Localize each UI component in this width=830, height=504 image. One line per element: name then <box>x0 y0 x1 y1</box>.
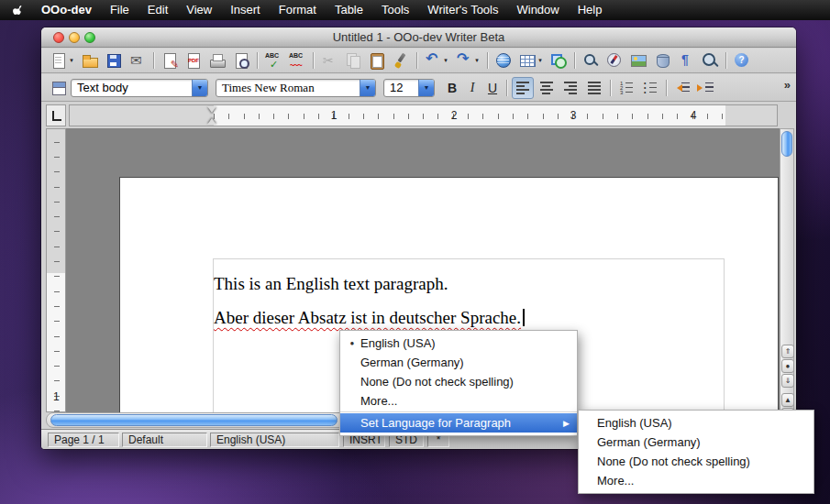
menubar-item-view[interactable]: View <box>177 0 221 20</box>
selected-bullet-icon <box>344 339 360 347</box>
language-menu-item[interactable]: None (Do not check spelling) <box>340 372 577 391</box>
menubar-item-edit[interactable]: Edit <box>138 0 177 20</box>
email-button[interactable] <box>127 49 149 71</box>
close-button[interactable] <box>53 32 64 43</box>
vertical-ruler[interactable]: 1 <box>46 128 66 412</box>
print-button[interactable] <box>206 49 228 71</box>
language-menu-item[interactable]: German (Germany) <box>340 353 577 372</box>
combo-dropdown-icon[interactable] <box>418 80 434 96</box>
language-submenu-item[interactable]: None (Do not check spelling) <box>579 452 813 471</box>
draw-functions-button[interactable] <box>548 49 570 71</box>
paste-button[interactable] <box>366 49 388 71</box>
find-replace-icon <box>581 51 600 70</box>
bold-button[interactable]: B <box>442 79 462 97</box>
vertical-scrollbar-thumb[interactable] <box>781 131 792 157</box>
ruler-right-margin <box>725 105 777 126</box>
styles-panel-button[interactable] <box>48 77 70 99</box>
hyperlink-button[interactable] <box>492 49 515 71</box>
open-button[interactable] <box>79 49 101 71</box>
combo-dropdown-icon[interactable] <box>360 80 375 96</box>
paragraph-style-combo[interactable]: Text body <box>71 79 208 97</box>
menubar-item-file[interactable]: File <box>101 0 138 20</box>
numbering-button[interactable] <box>615 77 637 99</box>
redo-button[interactable] <box>453 49 482 71</box>
align-left-icon <box>514 79 532 97</box>
page-style-field[interactable]: Default <box>122 433 207 447</box>
font-size-value: 12 <box>390 81 403 94</box>
table-icon <box>518 51 537 70</box>
combo-dropdown-icon[interactable] <box>192 80 207 96</box>
language-menu-item[interactable]: More... <box>340 391 577 411</box>
undo-icon <box>424 51 442 70</box>
format-paintbrush-button[interactable] <box>390 49 412 71</box>
data-sources-button[interactable] <box>651 49 673 71</box>
page-preview-button[interactable] <box>230 49 252 71</box>
menubar-item-help[interactable]: Help <box>569 0 612 20</box>
dropdown-caret-icon <box>68 57 75 64</box>
help-button[interactable] <box>731 49 753 71</box>
previous-page-button[interactable]: ⇑ <box>781 345 794 358</box>
new-document-button[interactable] <box>48 49 77 71</box>
toolbar-overflow-button[interactable]: » <box>784 78 791 92</box>
align-center-button[interactable] <box>536 77 558 99</box>
language-submenu-item-label: More... <box>597 474 634 488</box>
export-pdf-button[interactable] <box>183 49 205 71</box>
language-field[interactable]: English (USA) <box>210 433 339 447</box>
italic-button[interactable]: I <box>462 79 482 97</box>
language-submenu-item[interactable]: German (Germany) <box>579 433 813 452</box>
standard-toolbar-icons <box>47 49 754 71</box>
navigator-button[interactable] <box>603 49 625 71</box>
language-submenu-items: English (USA)German (Germany)None (Do no… <box>579 413 813 490</box>
table-button[interactable] <box>516 49 546 71</box>
navigation-button[interactable]: ● <box>781 359 794 373</box>
ruler-number: 1 <box>53 390 60 403</box>
decrease-indent-button[interactable] <box>671 77 693 99</box>
font-name-combo[interactable]: Times New Roman <box>216 79 376 97</box>
justify-button[interactable] <box>583 77 605 99</box>
formatting-toolbar: Text body Times New Roman 12 B I U <box>41 74 796 102</box>
menubar-item-table[interactable]: Table <box>326 0 372 20</box>
vertical-scrollbar[interactable]: ⇑ ● ⇓ ▲ ▼ <box>780 128 794 428</box>
ruler-ticks <box>54 129 60 411</box>
menubar-item-writer-s-tools[interactable]: Writer's Tools <box>418 0 507 20</box>
scroll-up-arrow[interactable]: ▲ <box>781 393 794 407</box>
next-page-button[interactable]: ⇓ <box>781 374 794 388</box>
zoom-window-button[interactable] <box>84 32 95 43</box>
menubar-item-insert[interactable]: Insert <box>221 0 270 20</box>
menubar-item-format[interactable]: Format <box>270 0 326 20</box>
toolbar-separator <box>574 52 575 69</box>
nonprinting-characters-button[interactable] <box>675 49 697 71</box>
apple-menu-icon[interactable] <box>13 5 25 16</box>
horizontal-ruler[interactable]: 1234 <box>69 104 778 126</box>
menubar-item-ooo-dev[interactable]: OOo-dev <box>32 0 101 20</box>
undo-button[interactable] <box>422 49 451 71</box>
horizontal-scrollbar-thumb[interactable] <box>50 414 338 426</box>
language-submenu-item[interactable]: English (USA) <box>579 413 813 433</box>
minimize-button[interactable] <box>69 32 80 43</box>
copy-icon <box>344 51 362 70</box>
tab-selector[interactable] <box>46 104 66 126</box>
menubar-item-tools[interactable]: Tools <box>372 0 418 20</box>
language-submenu-item[interactable]: More... <box>579 471 813 490</box>
edit-file-button[interactable] <box>159 49 181 71</box>
increase-indent-button[interactable] <box>695 77 717 99</box>
page-number-field[interactable]: Page 1 / 1 <box>48 433 119 447</box>
auto-spellcheck-button[interactable] <box>286 49 308 71</box>
page-preview-icon <box>232 51 250 70</box>
titlebar[interactable]: Untitled 1 - OOo-dev Writer Beta <box>41 27 796 48</box>
zoom-button[interactable] <box>699 49 721 71</box>
set-language-paragraph-item[interactable]: Set Language for Paragraph <box>340 413 577 433</box>
left-indent-marker[interactable] <box>207 114 216 125</box>
menubar-item-window[interactable]: Window <box>507 0 568 20</box>
underline-button[interactable]: U <box>482 79 503 97</box>
language-menu-item[interactable]: English (USA) <box>340 334 577 353</box>
gallery-button[interactable] <box>627 49 649 71</box>
align-right-button[interactable] <box>559 77 581 99</box>
spellcheck-button[interactable] <box>262 49 284 71</box>
font-size-combo[interactable]: 12 <box>383 79 435 97</box>
bullets-button[interactable] <box>639 77 661 99</box>
misspelled-text: Aber dieser Absatz ist in deutscher Spra… <box>214 308 521 327</box>
find-replace-button[interactable] <box>580 49 602 71</box>
save-button[interactable] <box>103 49 125 71</box>
align-left-button[interactable] <box>512 77 534 99</box>
